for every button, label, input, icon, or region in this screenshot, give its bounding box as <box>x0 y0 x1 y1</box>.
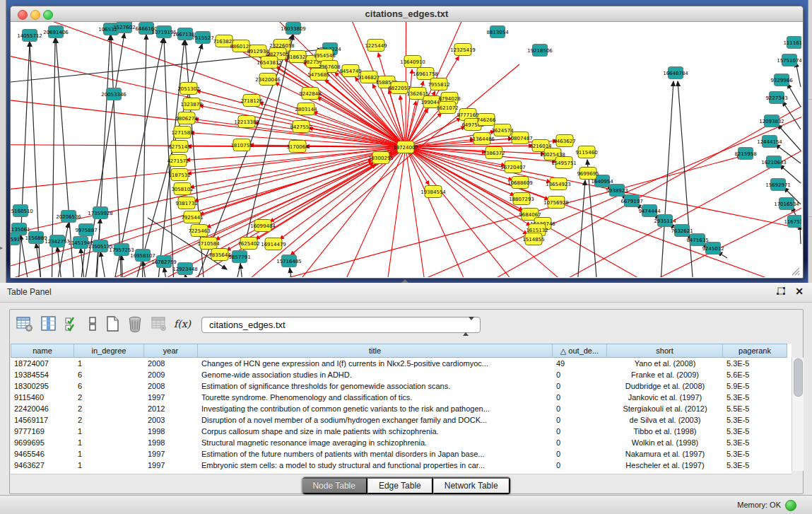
graph-node[interactable] <box>184 211 201 223</box>
graph-node[interactable] <box>254 220 271 232</box>
graph-node[interactable] <box>180 83 197 95</box>
graph-node[interactable] <box>104 23 119 35</box>
graph-node[interactable] <box>191 225 208 237</box>
graph-node[interactable] <box>548 197 565 209</box>
column-visibility-icon[interactable] <box>40 315 58 333</box>
panel-close-icon[interactable]: ✕ <box>795 286 804 297</box>
graph-node[interactable] <box>430 78 447 90</box>
new-document-icon[interactable] <box>103 315 122 333</box>
window-titlebar[interactable]: citations_edges.txt <box>11 6 803 22</box>
graph-node[interactable] <box>289 51 306 63</box>
graph-node[interactable] <box>298 103 314 115</box>
graph-node[interactable] <box>372 152 389 164</box>
graph-node[interactable] <box>610 185 625 197</box>
network-graph-view[interactable]: 1405571220691406106532871527602646616010… <box>11 22 801 277</box>
network-table-select[interactable]: citations_edges.txt <box>201 317 481 333</box>
column-header-year[interactable]: year <box>144 344 198 358</box>
graph-node[interactable] <box>61 211 76 223</box>
column-header-short[interactable]: short <box>607 344 723 358</box>
graph-node[interactable] <box>238 116 255 128</box>
tab-edge-table[interactable]: Edge Table <box>367 477 433 494</box>
table-scrollbar[interactable] <box>792 358 804 471</box>
graph-node[interactable] <box>139 23 154 35</box>
graph-node[interactable] <box>286 23 301 35</box>
graph-node[interactable] <box>282 255 297 267</box>
graph-node[interactable] <box>578 146 595 158</box>
graph-node[interactable] <box>93 240 108 252</box>
graph-node[interactable] <box>342 65 359 77</box>
checklist-icon[interactable] <box>63 315 81 333</box>
graph-node[interactable] <box>490 26 505 38</box>
graph-node[interactable] <box>29 232 44 244</box>
graph-node[interactable] <box>259 74 276 86</box>
graph-node[interactable] <box>767 156 782 168</box>
graph-node[interactable] <box>73 237 88 249</box>
graph-node[interactable] <box>486 147 502 159</box>
graph-node[interactable] <box>771 179 786 191</box>
function-builder-icon[interactable]: f(x) <box>174 317 192 336</box>
column-header-pagerank[interactable]: pagerank <box>723 344 787 358</box>
graph-node[interactable] <box>316 49 333 62</box>
dock-expand-icon[interactable]: ▸ <box>0 245 3 251</box>
graph-node[interactable] <box>289 141 306 153</box>
table-settings-icon[interactable] <box>16 315 34 333</box>
table-row[interactable]: 911546021997Tourette syndrome. Phenomeno… <box>11 392 787 403</box>
table-row[interactable]: 946362711997Embryonic stem cells: a mode… <box>11 460 787 471</box>
table-row[interactable]: 1830029562008Estimation of significance … <box>11 380 787 392</box>
graph-node[interactable] <box>579 168 596 180</box>
graph-node[interactable] <box>788 216 802 228</box>
graph-svg[interactable]: 1405571220691406106532871527602646616010… <box>11 22 801 277</box>
graph-node[interactable] <box>675 225 690 237</box>
row-squares-icon[interactable] <box>83 315 102 333</box>
graph-node[interactable] <box>658 215 673 227</box>
graph-node[interactable] <box>533 45 548 57</box>
graph-node[interactable] <box>787 37 802 49</box>
graph-node[interactable] <box>706 243 721 255</box>
table-row[interactable]: 946554611997Estimation of the future num… <box>11 448 787 460</box>
graph-node[interactable] <box>454 44 471 56</box>
graph-node[interactable] <box>178 28 193 40</box>
graph-node[interactable] <box>50 235 65 247</box>
graph-node[interactable] <box>310 69 327 81</box>
graph-node[interactable] <box>200 238 217 250</box>
graph-node[interactable] <box>478 114 495 126</box>
graph-node[interactable] <box>178 263 193 275</box>
graph-node[interactable] <box>107 88 122 100</box>
graph-node[interactable] <box>265 238 282 250</box>
graph-node[interactable] <box>512 132 529 144</box>
graph-node[interactable] <box>425 186 442 198</box>
table-row[interactable]: 2242004622012Investigating the contribut… <box>11 403 787 414</box>
graph-node[interactable] <box>233 251 247 263</box>
table-row[interactable]: 1456911722003Disruption of a novel membe… <box>11 414 787 426</box>
table-row[interactable]: 977716911998Corpus callosum shape and si… <box>11 426 787 437</box>
graph-node[interactable] <box>391 82 408 94</box>
graph-node[interactable] <box>178 197 195 209</box>
window-resize-grip[interactable] <box>790 266 800 276</box>
graph-node[interactable] <box>739 148 753 160</box>
graph-node[interactable] <box>178 112 195 124</box>
graph-node[interactable] <box>174 183 191 195</box>
graph-node[interactable] <box>170 155 187 167</box>
graph-node[interactable] <box>360 71 377 83</box>
graph-node[interactable] <box>117 22 132 33</box>
graph-node[interactable] <box>136 250 151 262</box>
graph-node[interactable] <box>174 127 191 139</box>
graph-node[interactable] <box>302 88 319 100</box>
graph-node[interactable] <box>171 169 188 181</box>
trash-icon[interactable] <box>126 315 144 333</box>
graph-node[interactable] <box>404 56 421 68</box>
graph-node[interactable] <box>494 124 511 136</box>
graph-node[interactable] <box>513 193 530 205</box>
graph-node[interactable] <box>690 234 705 246</box>
graph-node[interactable] <box>669 67 683 79</box>
graph-node[interactable] <box>233 139 250 151</box>
column-header-out_de[interactable]: △ out_de... <box>553 344 607 358</box>
graph-node[interactable] <box>505 161 522 173</box>
graph-node[interactable] <box>595 175 610 187</box>
graph-node[interactable] <box>625 195 640 207</box>
graph-node[interactable] <box>240 238 257 250</box>
graph-node[interactable] <box>79 224 94 236</box>
graph-node[interactable] <box>93 207 108 219</box>
graph-node[interactable] <box>763 136 777 148</box>
graph-node[interactable] <box>49 26 64 38</box>
